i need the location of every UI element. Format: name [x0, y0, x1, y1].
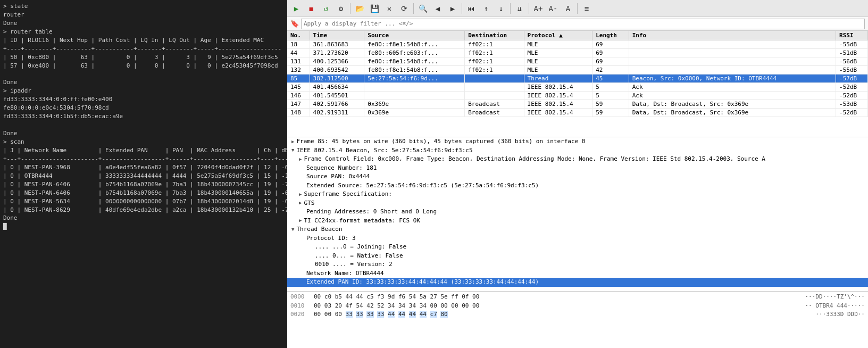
toolbar-btn-stop[interactable]: ◼ [304, 2, 318, 15]
detail-line[interactable]: ▶Frame Control Field: 0xc000, Frame Type… [287, 155, 868, 164]
packet-row[interactable]: 148402.9193110x369eBroadcastIEEE 802.15.… [287, 109, 868, 117]
detail-line[interactable]: Extended PAN ID: 33:33:33:33:44:44:44:44… [287, 278, 868, 287]
detail-text: GTS [304, 199, 314, 208]
hex-highlighted: 33 [377, 311, 384, 318]
hex-highlighted: 44 [398, 311, 405, 318]
detail-text: Frame Control Field: 0xc000, Frame Type:… [304, 155, 765, 164]
toolbar-btn-options[interactable]: ⚙ [334, 2, 348, 15]
expand-icon[interactable]: ▶ [291, 138, 294, 146]
filter-input[interactable] [301, 19, 865, 29]
detail-line[interactable]: ▼Thread Beacon [287, 225, 868, 234]
col-destination[interactable]: Destination [465, 31, 524, 40]
detail-line[interactable]: ▼IEEE 802.15.4 Beacon, Src: 5e:27:5a:54:… [287, 146, 868, 155]
detail-text: 0010 .... = Version: 2 [315, 260, 393, 269]
terminal-panel: > state router Done > router table | ID … [0, 0, 287, 348]
detail-line[interactable]: ▶GTS [287, 199, 868, 208]
packet-row[interactable]: 132400.693542fe80::f8e1:54b8:f...ff02::1… [287, 66, 868, 74]
col-time[interactable]: Time [310, 31, 364, 40]
detail-text: Thread Beacon [296, 225, 342, 234]
toolbar-btn-coloring[interactable]: ≡ [580, 2, 594, 15]
hex-row: 000000 c0 b5 44 44 c5 f3 9d f6 54 5a 27 … [290, 293, 865, 302]
packet-row[interactable]: 146401.545501IEEE 802.15.45Ack-52dB [287, 92, 868, 100]
col-info[interactable]: Info [629, 31, 836, 40]
toolbar-btn-reload[interactable]: ⟳ [397, 2, 411, 15]
hex-bytes: 00 03 20 4f 54 42 52 34 34 34 34 00 00 0… [314, 302, 800, 311]
hex-bytes: 00 00 00 33 33 33 33 44 44 44 44 c7 80 [314, 310, 811, 319]
packet-row[interactable]: 147402.5917660x369eBroadcastIEEE 802.15.… [287, 100, 868, 109]
wireshark-panel: ▶◼↺⚙📂💾✕⟳🔍◀▶⏮↑↓⇊A+A-A≡ 🔖 No. Time Source … [287, 0, 868, 348]
expand-icon[interactable]: ▶ [299, 200, 302, 207]
hex-ascii: ·· OTBR4 444····· [805, 302, 865, 311]
detail-text: IEEE 802.15.4 Beacon, Src: 5e:27:5a:54:f… [296, 146, 472, 155]
toolbar-btn-next[interactable]: ▶ [446, 2, 460, 15]
expand-icon[interactable]: ▶ [299, 156, 302, 163]
hex-bytes: 00 c0 b5 44 44 c5 f3 9d f6 54 5a 27 5e f… [314, 293, 800, 302]
detail-text: Pending Addresses: 0 Short and 0 Long [306, 208, 437, 217]
toolbar-btn-open[interactable]: 📂 [353, 2, 366, 15]
hex-row: 002000 00 00 33 33 33 33 44 44 44 44 c7 … [290, 310, 865, 319]
hex-offset: 0000 [290, 293, 310, 302]
expand-icon[interactable]: ▼ [291, 226, 294, 234]
packet-row[interactable]: 44371.273620fe80::605f:e603:f...ff02::1M… [287, 49, 868, 57]
detail-text: Source PAN: 0x4444 [306, 172, 370, 181]
expand-icon[interactable]: ▼ [291, 147, 294, 154]
detail-line[interactable]: ▶Frame 85: 45 bytes on wire (360 bits), … [287, 137, 868, 146]
expand-icon[interactable]: ▶ [299, 217, 302, 225]
expand-icon[interactable]: ▶ [299, 191, 302, 198]
detail-text: Sequence Number: 181 [306, 164, 377, 173]
detail-line[interactable]: .... ...0 = Joining: False [287, 243, 868, 252]
detail-line[interactable]: Source PAN: 0x4444 [287, 172, 868, 181]
toolbar-btn-close[interactable]: ✕ [382, 2, 396, 15]
toolbar-btn-start[interactable]: ▶ [289, 2, 303, 15]
hex-highlighted: 33 [356, 311, 363, 318]
detail-text: .... 0... = Native: False [315, 252, 403, 261]
hex-highlighted: 44 [420, 311, 427, 318]
detail-line[interactable]: Sequence Number: 181 [287, 164, 868, 173]
toolbar-btn-find[interactable]: 🔍 [416, 2, 430, 15]
detail-line[interactable]: ▶TI CC24xx-format metadata: FCS OK [287, 217, 868, 226]
packet-list-header: No. Time Source Destination Protocol ▲ L… [287, 31, 868, 40]
toolbar: ▶◼↺⚙📂💾✕⟳🔍◀▶⏮↑↓⇊A+A-A≡ [287, 0, 868, 17]
packet-list: No. Time Source Destination Protocol ▲ L… [287, 31, 868, 137]
toolbar-btn-zoom-in[interactable]: A+ [531, 2, 545, 15]
packet-row[interactable]: 18361.863683fe80::f8e1:54b8:f...ff02::1M… [287, 40, 868, 49]
bookmark-icon: 🔖 [290, 20, 299, 28]
hex-highlighted: c7 [430, 311, 437, 318]
hex-offset: 0010 [290, 302, 310, 311]
detail-line[interactable]: ▶Superframe Specification: [287, 190, 868, 199]
col-rssi[interactable]: RSSI [836, 31, 868, 40]
packet-row[interactable]: 85382.3125005e:27:5a:54:f6:9d...Thread45… [287, 74, 868, 83]
col-protocol[interactable]: Protocol ▲ [524, 31, 592, 40]
toolbar-btn-prev[interactable]: ◀ [431, 2, 445, 15]
hex-dump: 000000 c0 b5 44 44 c5 f3 9d f6 54 5a 27 … [287, 292, 868, 348]
detail-line[interactable]: 0010 .... = Version: 2 [287, 260, 868, 269]
toolbar-btn-zoom-reset[interactable]: A [561, 2, 575, 15]
toolbar-sep-sep6 [577, 3, 578, 14]
toolbar-btn-save[interactable]: 💾 [368, 2, 381, 15]
detail-text: TI CC24xx-format metadata: FCS OK [304, 217, 420, 226]
col-source[interactable]: Source [364, 31, 465, 40]
toolbar-btn-go-first[interactable]: ⏮ [464, 2, 478, 15]
col-no[interactable]: No. [287, 31, 310, 40]
detail-text: Extended PAN ID: 33:33:33:33:44:44:44:44… [306, 278, 539, 287]
hex-highlighted: 44 [388, 311, 395, 318]
toolbar-btn-restart[interactable]: ↺ [319, 2, 333, 15]
toolbar-btn-go-down[interactable]: ↓ [494, 2, 508, 15]
detail-line[interactable]: Protocol ID: 3 [287, 234, 868, 243]
toolbar-btn-zoom-out[interactable]: A- [546, 2, 560, 15]
detail-text: Extended Source: 5e:27:5a:54:f6:9d:f3:c5… [306, 181, 539, 190]
hex-highlighted: 33 [346, 311, 353, 318]
hex-ascii: ···DD····TZ'\^··· [805, 293, 865, 302]
toolbar-btn-go-up[interactable]: ↑ [479, 2, 493, 15]
detail-line[interactable]: Pending Addresses: 0 Short and 0 Long [287, 208, 868, 217]
detail-text: Frame 85: 45 bytes on wire (360 bits), 4… [296, 137, 585, 146]
hex-highlighted: 80 [440, 311, 447, 318]
packet-row[interactable]: 131400.125366fe80::f8e1:54b8:f...ff02::1… [287, 57, 868, 66]
detail-line[interactable]: Extended Source: 5e:27:5a:54:f6:9d:f3:c5… [287, 181, 868, 190]
toolbar-btn-autoscroll[interactable]: ⇊ [513, 2, 527, 15]
packet-row[interactable]: 145401.456634IEEE 802.15.45Ack-52dB [287, 83, 868, 92]
detail-line[interactable]: Network Name: OTBR4444 [287, 269, 868, 278]
col-length[interactable]: Length [592, 31, 629, 40]
toolbar-sep-sep4 [510, 3, 511, 14]
detail-line[interactable]: .... 0... = Native: False [287, 252, 868, 261]
